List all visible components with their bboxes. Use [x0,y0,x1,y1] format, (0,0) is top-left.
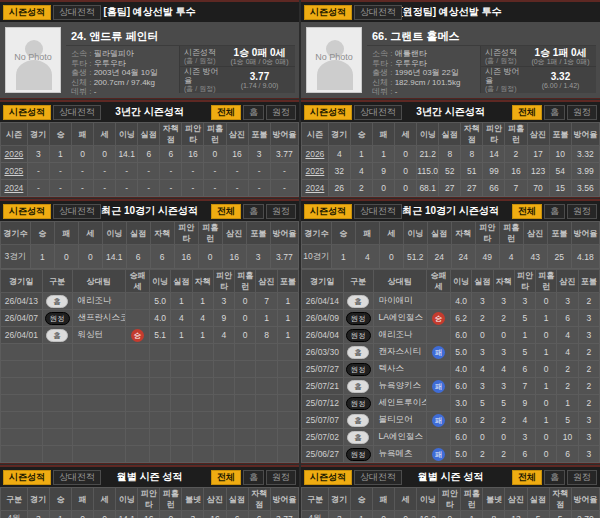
row-label[interactable]: 2025 [302,163,329,180]
stat-cell: 1 [171,293,192,310]
venue-cell: 원정 [343,310,373,327]
player-name: 66. 그랜트 홀메스 [367,27,596,46]
player-info-row: 데뷔 : - [372,87,480,97]
filter-away-button[interactable]: 원정 [567,470,597,485]
empty-cell [256,395,277,412]
column-header: 자책점 [549,488,571,511]
venue-cell: 홈 [343,344,373,361]
filter-all-button[interactable]: 전체 [211,470,241,485]
empty-cell [235,378,256,395]
empty-cell [126,395,150,412]
matchup-page: 시즌성적 상대전적 [홈팀] 예상선발 투수 No Photo 24. 앤드류 … [0,0,600,518]
filter-home-button[interactable]: 홈 [243,105,264,120]
row-label[interactable]: 2024 [1,180,28,197]
filter-home-button[interactable]: 홈 [544,470,565,485]
player-photo: No Photo [5,27,61,93]
three-year-section: 시즌성적 상대전적 3년간 시즌성적 전체홈원정 시즌경기승패세이닝실점자책점피… [301,100,600,198]
table-row: 25/07/02홈LA에인절스6.00030103 [302,429,600,446]
filter-all-button[interactable]: 전체 [512,470,542,485]
tab-head-to-head[interactable]: 상대전적 [354,5,402,20]
tab-head-to-head[interactable]: 상대전적 [53,470,101,485]
stat-cell: 5.0 [450,446,471,463]
tab-head-to-head[interactable]: 상대전적 [354,204,402,219]
tab-head-to-head[interactable]: 상대전적 [53,204,101,219]
table-row: 26/04/13홈애리조나5.0113071 [1,293,299,310]
player-name: 24. 앤드류 페인터 [66,27,295,46]
column-header: 시즌 [1,123,28,146]
info-value: 2003년 04월 10일 [94,68,158,77]
tab-season-stats[interactable]: 시즌성적 [304,470,352,485]
column-header: 실점 [126,222,150,245]
stat-cell: 3.77 [270,245,298,269]
stat-cell: 3 [514,429,535,446]
tab-season-stats[interactable]: 시즌성적 [304,204,352,219]
filter-away-button[interactable]: 원정 [567,204,597,219]
stat-cell: 0 [536,429,557,446]
info-value: 애틀랜타 [395,49,427,58]
filter-away-button[interactable]: 원정 [567,105,597,120]
tab-head-to-head[interactable]: 상대전적 [53,105,101,120]
filter-home-button[interactable]: 홈 [243,470,264,485]
stat-cell: - [116,163,138,180]
row-label[interactable]: 2024 [302,180,329,197]
stat-cell: 7 [505,180,527,197]
tab-season-stats[interactable]: 시즌성적 [304,105,352,120]
column-header: 상대팀 [72,270,126,293]
tab-head-to-head[interactable]: 상대전적 [354,470,402,485]
profile-section: 시즌성적 상대전적 [원정팀] 예상선발 투수 No Photo 66. 그랜트… [301,0,600,99]
empty-cell [72,395,126,412]
info-label: 데뷔 : [372,87,395,96]
empty-cell [42,378,72,395]
row-label[interactable]: 2026 [302,146,329,163]
tab-season-stats[interactable]: 시즌성적 [3,5,51,20]
filter-away-button[interactable]: 원정 [266,105,296,120]
tab-head-to-head[interactable]: 상대전적 [53,5,101,20]
row-label[interactable]: 2026 [1,146,28,163]
filter-all-button[interactable]: 전체 [211,105,241,120]
venue-badge: 원정 [346,448,371,461]
filter-away-button[interactable]: 원정 [266,204,296,219]
stat-cell: 2 [472,446,493,463]
header-row: 경기수승패세이닝실점자책피안타피홈런삼진포볼방어율 [302,222,600,245]
column-header: 세 [94,123,116,146]
stat-cell: - [27,163,49,180]
stat-cell: - [226,163,248,180]
column-header: 승 [331,222,355,245]
empty-cell [277,344,298,361]
stat-cell: 1 [192,327,213,344]
info-value: 200.7cm / 97.4kg [94,78,155,87]
column-header: 피홈런 [235,270,256,293]
stat-cell: 27 [461,180,483,197]
filter-home-button[interactable]: 홈 [243,204,264,219]
table-row: 10경기14051.2242449443254.18 [302,245,600,269]
header-row: 시즌경기승패세이닝실점자책점피안타피홈런삼진포볼방어율 [1,123,299,146]
stat-cell: 16 [204,511,226,518]
tab-season-stats[interactable]: 시즌성적 [3,105,51,120]
stat-cell: 16.2 [417,511,439,518]
stat-cell: - [138,180,160,197]
stat-cell: 3 [246,245,270,269]
column-header: 실점 [138,123,160,146]
column-header: 삼진 [557,270,578,293]
tab-season-stats[interactable]: 시즌성적 [3,204,51,219]
stat-cell: 1 [49,511,71,518]
column-header: 승 [49,488,71,511]
empty-cell [42,429,72,446]
record-label-sub: (홈 / 원정) [184,85,224,93]
stat-cell: 66 [483,180,505,197]
filter-all-button[interactable]: 전체 [512,105,542,120]
empty-cell [171,395,192,412]
stat-cell: 6 [126,245,150,269]
filter-home-button[interactable]: 홈 [544,105,565,120]
stat-cell: 6 [160,146,182,163]
info-value: - [94,87,97,96]
stat-cell: 54 [549,163,571,180]
tab-season-stats[interactable]: 시즌성적 [304,5,352,20]
filter-away-button[interactable]: 원정 [266,470,296,485]
row-label[interactable]: 2025 [1,163,28,180]
tab-season-stats[interactable]: 시즌성적 [3,470,51,485]
filter-home-button[interactable]: 홈 [544,204,565,219]
tab-head-to-head[interactable]: 상대전적 [354,105,402,120]
filter-all-button[interactable]: 전체 [211,204,241,219]
filter-all-button[interactable]: 전체 [512,204,542,219]
